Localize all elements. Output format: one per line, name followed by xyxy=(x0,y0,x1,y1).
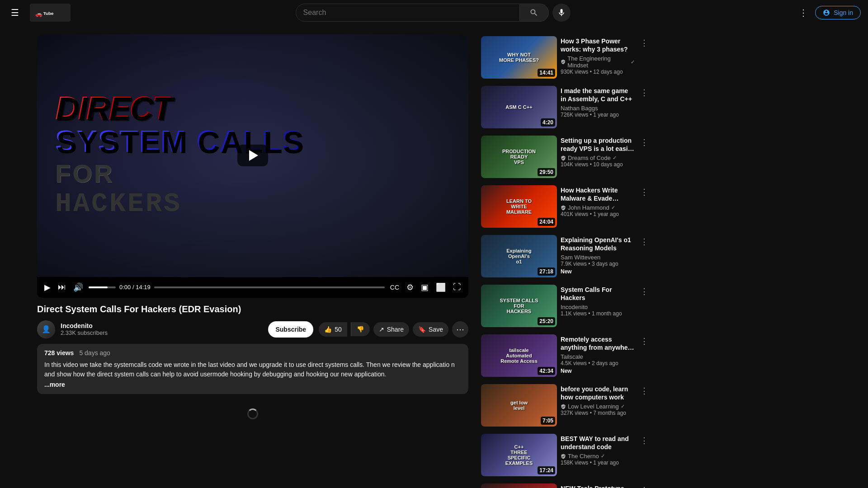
like-icon: 👍 xyxy=(324,326,332,333)
subtitles-button[interactable]: CC xyxy=(388,282,401,293)
sidebar-channel: Incodenito xyxy=(561,304,635,310)
search-input[interactable] xyxy=(296,4,520,22)
subscribe-button[interactable]: Subscribe xyxy=(268,321,313,338)
sidebar-video-title: I made the same game in Assembly, C and … xyxy=(561,87,635,103)
search-icon xyxy=(529,8,538,17)
hamburger-menu-button[interactable]: ☰ xyxy=(7,4,23,22)
video-duration: 14:41 xyxy=(538,69,555,77)
sidebar-item[interactable]: get lowlevel 7:05 before you code, learn… xyxy=(479,382,652,428)
video-age: 12 days ago xyxy=(593,69,623,75)
search-button[interactable] xyxy=(520,4,549,22)
video-duration: 17:24 xyxy=(538,466,555,474)
sidebar-meta: 7.9K views • 3 days ago xyxy=(561,261,635,267)
sidebar-item[interactable]: ExplainingOpenAI'so1 27:18 Explaining Op… xyxy=(479,233,652,279)
header-left: ☰ 🚗 Tube xyxy=(7,4,71,22)
dislike-button[interactable]: 👎 xyxy=(351,322,370,336)
description-more-button[interactable]: ...more xyxy=(44,381,65,388)
theater-button[interactable]: ⬜ xyxy=(434,281,448,294)
video-age: 1 year ago xyxy=(593,460,619,466)
channel-avatar[interactable]: 👤 xyxy=(37,320,55,338)
video-player: DIRECT SYSTEM CALLS FOR HACKERS ▶ ⏭ 🔊 xyxy=(37,34,468,298)
video-overlay-hackers: HACKERS xyxy=(55,188,182,219)
channel-name-label: John Hammond xyxy=(568,204,609,211)
sidebar: WHY NOTMORE PHASES? 14:41 How 3 Phase Po… xyxy=(479,25,661,488)
sidebar-more-button[interactable]: ⋮ xyxy=(638,136,650,149)
sidebar-info: I made the same game in Assembly, C and … xyxy=(561,86,635,128)
thumbnail: SYSTEM CALLSFORHACKERS 25:20 xyxy=(481,285,557,327)
progress-bar[interactable] xyxy=(154,286,385,288)
sidebar-meta: 1.1K views • 1 month ago xyxy=(561,310,635,317)
description-box: 728 views 5 days ago In this video we ta… xyxy=(37,344,468,394)
sidebar-more-button[interactable]: ⋮ xyxy=(638,334,650,348)
video-views: 726K views xyxy=(561,112,588,118)
more-actions-button[interactable]: ⋯ xyxy=(452,321,468,338)
channel-name[interactable]: Incodenito xyxy=(61,322,263,329)
sidebar-channel: John Hammond ✓ xyxy=(561,204,635,211)
thumbnail: C++THREESPECIFICEXAMPLES 17:24 xyxy=(481,434,557,476)
sidebar-more-button[interactable]: ⋮ xyxy=(638,434,650,447)
sidebar-more-button[interactable]: ⋮ xyxy=(638,86,650,99)
sidebar-item[interactable]: WHY NOTMORE PHASES? 14:41 How 3 Phase Po… xyxy=(479,34,652,80)
sidebar-more-button[interactable]: ⋮ xyxy=(638,483,650,488)
sidebar-item[interactable]: C++THREESPECIFICEXAMPLES 17:24 BEST WAY … xyxy=(479,432,652,478)
thumbnail: WHY NOTMORE PHASES? 14:41 xyxy=(481,36,557,79)
sidebar-info: Setting up a production ready VPS is a l… xyxy=(561,136,635,178)
video-age: 1 month ago xyxy=(592,310,622,317)
miniplayer-button[interactable]: ▣ xyxy=(419,281,430,294)
youtube-logo[interactable]: 🚗 Tube xyxy=(30,4,71,22)
video-age: 3 days ago xyxy=(592,261,618,267)
video-info: Direct System Calls For Hackers (EDR Eva… xyxy=(37,298,468,399)
sidebar-item[interactable]: SYSTEM CALLSFORHACKERS 25:20 System Call… xyxy=(479,283,652,329)
sidebar-channel: Nathan Baggs xyxy=(561,105,635,112)
video-age: 7 months ago xyxy=(593,410,626,416)
sign-in-button[interactable]: Sign in xyxy=(815,6,861,19)
volume-button[interactable]: 🔊 xyxy=(71,281,85,294)
share-icon: ↗ xyxy=(379,326,384,333)
sidebar-video-title: Setting up a production ready VPS is a l… xyxy=(561,136,635,153)
play-pause-button[interactable]: ▶ xyxy=(42,281,52,294)
voice-search-button[interactable] xyxy=(552,4,571,22)
video-overlay-direct: DIRECT xyxy=(55,92,171,124)
fullscreen-button[interactable]: ⛶ xyxy=(451,281,463,294)
upload-date: 5 days ago xyxy=(79,349,110,357)
header: ☰ 🚗 Tube ⋮ xyxy=(0,0,868,25)
more-options-button[interactable]: ⋮ xyxy=(795,4,811,22)
sidebar-more-button[interactable]: ⋮ xyxy=(638,36,650,50)
next-button[interactable]: ⏭ xyxy=(56,281,68,294)
sidebar-more-button[interactable]: ⋮ xyxy=(638,235,650,249)
sidebar-more-button[interactable]: ⋮ xyxy=(638,185,650,199)
video-duration: 25:20 xyxy=(538,317,555,325)
sidebar-video-title: Remotely access anything from anywhere w… xyxy=(561,335,635,352)
microphone-icon xyxy=(557,8,566,17)
description-text: In this video we take the systemcalls co… xyxy=(44,360,461,379)
verified-icon: ✓ xyxy=(601,453,605,459)
save-label: Save xyxy=(429,326,443,333)
sidebar-channel: Sam Witteveen xyxy=(561,254,635,261)
volume-bar[interactable] xyxy=(89,286,116,288)
video-views: 104K views xyxy=(561,161,588,168)
sidebar-item[interactable]: PRODUCTIONREADYVPS 29:50 Setting up a pr… xyxy=(479,134,652,180)
sidebar-item[interactable]: NEW TESLASPOTTED NEW Tesla Prototype LEA… xyxy=(479,482,652,488)
play-button[interactable] xyxy=(237,145,268,166)
sidebar-video-title: How 3 Phase Power works: why 3 phases? xyxy=(561,37,635,53)
save-button[interactable]: 🔖 Save xyxy=(413,322,448,337)
share-button[interactable]: ↗ Share xyxy=(373,322,409,337)
channel-name-label: The Engineering Mindset xyxy=(567,55,629,69)
action-buttons: 👍 50 👎 ↗ Share 🔖 Save ⋯ xyxy=(319,321,468,338)
thumbnail: get lowlevel 7:05 xyxy=(481,384,557,427)
like-button[interactable]: 👍 50 xyxy=(319,322,347,337)
sidebar-info: Explaining OpenAI's o1 Reasoning Models … xyxy=(561,235,635,277)
sidebar-item[interactable]: LEARN TOWRITEMALWARE 24:04 How Hackers W… xyxy=(479,183,652,230)
settings-button[interactable]: ⚙ xyxy=(405,281,415,294)
sidebar-more-button[interactable]: ⋮ xyxy=(638,384,650,398)
sidebar-item[interactable]: tailscaleAutomatedRemote Access 42:34 Re… xyxy=(479,333,652,379)
sidebar-more-button[interactable]: ⋮ xyxy=(638,285,650,298)
sidebar-item[interactable]: ASM C C++ 4:20 I made the same game in A… xyxy=(479,84,652,130)
sidebar-video-title: before you code, learn how computers wor… xyxy=(561,385,635,401)
video-age: 1 year ago xyxy=(593,112,619,118)
sidebar-meta: 327K views • 7 months ago xyxy=(561,410,635,416)
play-triangle-icon xyxy=(249,150,258,161)
avatar-inner: 👤 xyxy=(37,320,55,338)
verified-icon: ✓ xyxy=(631,59,635,65)
sidebar-info: before you code, learn how computers wor… xyxy=(561,384,635,427)
